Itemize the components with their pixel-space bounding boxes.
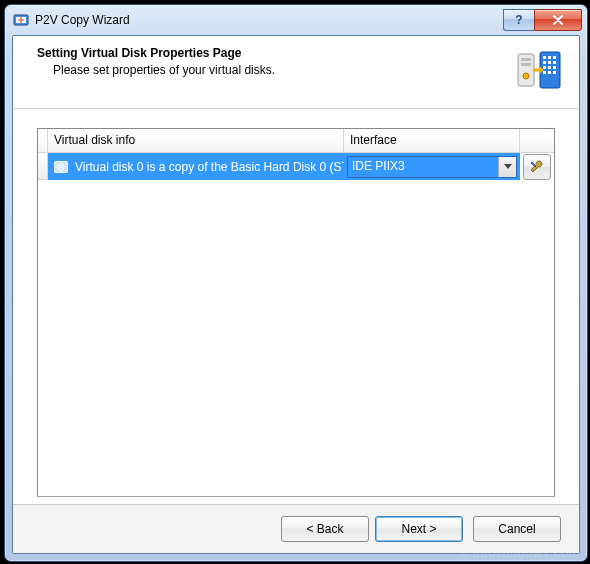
- svg-rect-5: [553, 56, 556, 59]
- interface-selected: IDE PIIX3: [348, 157, 498, 177]
- dropdown-button[interactable]: [498, 157, 516, 177]
- close-button[interactable]: [534, 9, 582, 31]
- page-title: Setting Virtual Disk Properties Page: [37, 46, 275, 60]
- column-header-info[interactable]: Virtual disk info: [48, 129, 344, 152]
- app-icon: [13, 12, 29, 28]
- row-selector-header[interactable]: [38, 129, 48, 152]
- svg-rect-8: [553, 61, 556, 64]
- svg-rect-7: [548, 61, 551, 64]
- table-row[interactable]: Virtual disk 0 is a copy of the Basic Ha…: [38, 153, 554, 180]
- window-title: P2V Copy Wizard: [35, 13, 503, 27]
- wizard-window: P2V Copy Wizard ? Setting Virtual Disk P…: [4, 4, 588, 562]
- cancel-button[interactable]: Cancel: [473, 516, 561, 542]
- svg-rect-4: [548, 56, 551, 59]
- disk-grid: Virtual disk info Interface Virtual disk…: [37, 128, 555, 497]
- next-button[interactable]: Next >: [375, 516, 463, 542]
- row-selector[interactable]: [38, 153, 48, 180]
- close-icon: [552, 15, 564, 25]
- svg-rect-12: [543, 71, 546, 74]
- virtual-disk-icon: [53, 159, 69, 175]
- back-button[interactable]: < Back: [281, 516, 369, 542]
- svg-point-18: [523, 73, 529, 79]
- svg-rect-3: [543, 56, 546, 59]
- disk-info-text: Virtual disk 0 is a copy of the Basic Ha…: [75, 160, 344, 174]
- interface-dropdown[interactable]: IDE PIIX3: [347, 156, 517, 178]
- wizard-footer: < Back Next > Cancel: [13, 504, 579, 553]
- chevron-down-icon: [504, 164, 512, 170]
- page-subtitle: Please set properties of your virtual di…: [53, 63, 275, 77]
- column-header-interface[interactable]: Interface: [344, 129, 520, 152]
- title-bar[interactable]: P2V Copy Wizard ?: [5, 5, 587, 35]
- help-icon: ?: [515, 13, 522, 27]
- svg-rect-14: [553, 71, 556, 74]
- grid-header: Virtual disk info Interface: [38, 129, 554, 153]
- svg-rect-13: [548, 71, 551, 74]
- svg-rect-9: [543, 66, 546, 69]
- column-header-actions: [520, 129, 554, 152]
- help-button[interactable]: ?: [503, 9, 534, 31]
- client-area: Setting Virtual Disk Properties Page Ple…: [12, 35, 580, 554]
- wizard-header: Setting Virtual Disk Properties Page Ple…: [13, 36, 579, 109]
- svg-rect-6: [543, 61, 546, 64]
- svg-rect-11: [553, 66, 556, 69]
- svg-rect-10: [548, 66, 551, 69]
- svg-rect-16: [521, 58, 531, 61]
- svg-point-21: [60, 166, 62, 168]
- disk-properties-button[interactable]: [523, 154, 551, 180]
- cell-disk-info[interactable]: Virtual disk 0 is a copy of the Basic Ha…: [48, 153, 344, 180]
- svg-rect-17: [521, 63, 531, 66]
- header-illustration-icon: [515, 46, 563, 94]
- tools-icon: [529, 159, 545, 175]
